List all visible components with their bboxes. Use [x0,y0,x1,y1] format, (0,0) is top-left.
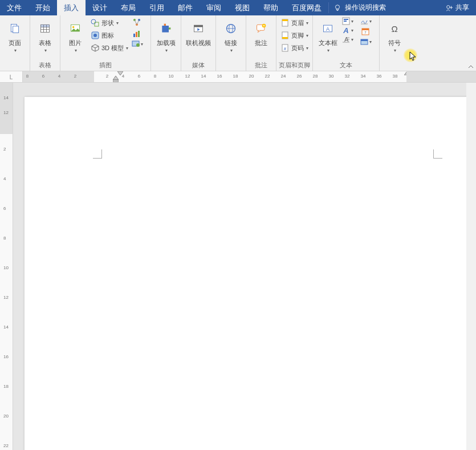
tab-file[interactable]: 文件 [0,0,29,15]
svg-rect-50 [344,19,348,20]
page[interactable] [25,97,469,450]
dropcap-icon: A [341,35,351,44]
svg-rect-29 [162,26,169,33]
tell-me-search[interactable]: 操作说明搜索 [329,0,390,15]
datetime-button[interactable]: 7 [360,26,371,37]
svg-text:A: A [343,26,348,35]
tab-selector[interactable]: L [0,71,23,83]
omega-icon: Ω [389,23,400,34]
margin-corner-tr [433,149,442,159]
picture-icon [70,23,81,34]
document-canvas[interactable] [13,83,476,450]
tab-mail[interactable]: 邮件 [171,0,200,15]
svg-rect-25 [136,32,137,37]
textbox-icon: A [322,23,333,34]
svg-rect-24 [133,34,135,37]
share-icon [445,4,453,12]
tab-help[interactable]: 帮助 [257,0,285,15]
shapes-icon [91,18,100,27]
tab-design[interactable]: 设计 [86,0,114,15]
addin-icon [160,23,172,34]
signature-button[interactable]: ▾ [360,17,377,26]
svg-rect-59 [362,29,369,30]
svg-rect-42 [282,19,288,21]
object-button[interactable]: ▾ [360,37,377,46]
svg-point-14 [72,26,74,28]
dropcap-button[interactable]: A▾ [341,35,359,44]
group-comments: 批注 批注 [246,15,276,71]
group-illustrations: 图片 ▾ 形状▾ 图标 3D 模型▾ ▾ [60,15,151,71]
screenshot-button[interactable]: ▾ [131,39,148,48]
wordart-button[interactable]: A▾ [341,26,359,35]
links-button[interactable]: 链接 ▾ [218,17,243,55]
video-icon [193,23,204,34]
pagenum-icon: # [280,43,290,52]
svg-point-15 [91,19,96,24]
lightbulb-icon [333,4,341,12]
pagenumber-button[interactable]: # 页码▾ [279,42,310,54]
tab-view[interactable]: 视图 [228,0,257,15]
page-icon [9,23,21,34]
group-media: 联机视频 媒体 [181,15,216,71]
tab-insert[interactable]: 插入 [57,0,86,15]
group-links: 链接 ▾ [216,15,246,71]
group-addins: 加载项 ▾ [151,15,181,71]
tab-layout[interactable]: 布局 [114,0,143,15]
chart-icon [132,29,141,38]
svg-rect-12 [41,25,50,27]
svg-rect-26 [138,31,140,37]
tab-baidu[interactable]: 百度网盘 [285,0,328,15]
tab-home[interactable]: 开始 [29,0,57,15]
share-button[interactable]: 共享 [438,0,476,15]
addins-button[interactable]: 加载项 ▾ [153,17,178,55]
vertical-ruler[interactable]: 141224681012141618202224 [0,83,13,450]
icons-button[interactable]: 图标 [89,29,130,42]
svg-rect-31 [169,27,170,29]
chart-button[interactable] [131,28,143,39]
svg-rect-44 [282,37,288,39]
table-button[interactable]: 表格 ▾ [32,17,58,55]
margin-corner-tl [93,149,102,159]
svg-point-18 [93,34,97,37]
svg-text:Ω: Ω [392,24,398,34]
svg-point-0 [336,5,340,9]
left-indent-bottom[interactable] [113,76,119,82]
symbol-button[interactable]: Ω 符号 ▾ [382,17,407,55]
shapes-button[interactable]: 形状▾ [89,17,130,29]
vertical-scrollbar[interactable] [466,83,476,450]
object-icon [360,37,369,46]
group-symbols: Ω 符号 ▾ [380,15,409,71]
onlinevideo-button[interactable]: 联机视频 [184,17,213,49]
quickparts-button[interactable]: ▾ [341,17,359,26]
footer-icon [280,31,290,40]
footer-button[interactable]: 页脚▾ [279,29,310,42]
share-label: 共享 [455,3,469,13]
header-button[interactable]: 页眉▾ [279,17,310,29]
svg-rect-64 [113,80,119,82]
screenshot-icon [131,39,140,48]
svg-rect-62 [361,39,368,41]
signature-icon [360,17,369,26]
left-indent-top[interactable] [117,71,123,75]
svg-rect-6 [13,26,19,33]
svg-point-28 [136,43,140,47]
textbox-button[interactable]: A 文本框 ▾ [315,17,340,55]
3dmodel-button[interactable]: 3D 模型▾ [89,42,130,54]
ribbon: 页面 ▾ 表格 ▾ 表格 图片 ▾ 形状▾ [0,15,476,71]
ribbon-collapse-button[interactable] [467,63,475,71]
comment-button[interactable]: 批注 [249,17,274,49]
icons-icon [91,31,100,40]
pages-button[interactable]: 页面 ▾ [2,17,27,55]
smartart-icon [132,18,141,27]
smartart-button[interactable] [131,17,143,28]
tab-references[interactable]: 引用 [143,0,171,15]
table-icon [39,23,51,34]
svg-line-22 [135,20,137,25]
ribbon-tabs: 文件 开始 插入 设计 布局 引用 邮件 审阅 视图 帮助 百度网盘 操作说明搜… [0,0,476,15]
tab-review[interactable]: 审阅 [200,0,228,15]
group-headerfooter: 页眉▾ 页脚▾ # 页码▾ 页眉和页脚 [276,15,313,71]
svg-rect-30 [164,24,166,26]
svg-point-2 [447,5,450,8]
horizontal-ruler[interactable]: L 86422468101214161820222426283032343638… [0,71,476,83]
pictures-button[interactable]: 图片 ▾ [63,17,88,55]
